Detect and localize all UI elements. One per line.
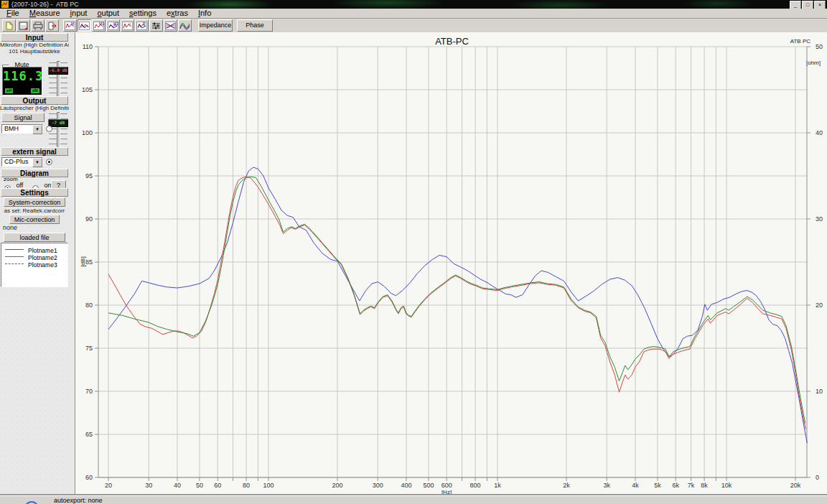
svg-text:M1: M1 [99,22,104,26]
input-device-line1: Mikrofon (High Definition Audio [0,42,69,48]
system-correction-button[interactable]: System-correction [4,197,65,207]
svg-text:30: 30 [816,215,823,223]
measure-u-button[interactable]: u [121,19,134,32]
svg-text:600: 600 [441,482,452,489]
svg-text:40: 40 [174,482,181,489]
menu-settings[interactable]: settings [124,9,162,18]
menubar: FileMeasureinputoutputsettingsextrasInfo [0,9,827,19]
chart-area: ATB-PC ATB PC [ohm] [dB] [Hz] 1101051009… [75,32,827,495]
grid-layer: 1101051009590858075706560203040506080100… [82,43,823,489]
measure-curves-icon [79,22,90,30]
statusbar: autoexport: none [0,495,827,504]
menu-extras[interactable]: extras [162,9,193,18]
legend-entry: Plotname3 [1,261,67,268]
legend-entry: Plotname2 [1,253,67,261]
extern-signal-select[interactable]: CD-Plus ▼ [1,157,43,167]
svg-text:100: 100 [263,482,274,489]
svg-text:75: 75 [85,345,93,352]
signal-button[interactable]: Signal [1,113,45,122]
levels-button[interactable] [149,19,163,32]
measure-m-icon: M [65,22,75,30]
svg-text:50: 50 [816,43,823,50]
svg-text:20: 20 [105,482,112,489]
svg-text:30: 30 [145,482,152,489]
menu-output[interactable]: output [92,9,124,18]
measure-active-button[interactable] [78,19,91,32]
svg-text:M2: M2 [113,22,118,26]
svg-text:90: 90 [85,215,93,223]
svg-text:60: 60 [85,474,93,481]
svg-text:105: 105 [82,86,93,93]
titlebar: (2007-10-26) - ATB PC _ □ × [0,0,827,9]
diagram-button[interactable] [164,19,177,32]
input-level-value: 116.3 [3,67,42,83]
measure-m2-icon: M2 [108,22,118,30]
level-unit-eff: eff [5,88,13,93]
legend-line-sample [5,263,24,264]
svg-text:95: 95 [85,172,93,179]
chevron-down-icon[interactable]: ▼ [32,125,42,134]
window-title: (2007-10-26) - ATB PC [11,0,79,9]
svg-text:u: u [129,22,131,26]
signal-radio[interactable] [46,126,52,132]
svg-text:300: 300 [373,482,383,489]
loaded-file-button[interactable]: loaded file [4,233,65,242]
measure-m-button[interactable]: M [63,19,77,32]
menu-info[interactable]: Info [193,9,216,18]
legend-entry: Plotname1 [1,246,67,253]
svg-text:85: 85 [85,258,93,266]
output-section-header: Output [1,96,68,105]
measure-r-icon: R [136,22,147,30]
svg-text:50: 50 [196,482,203,489]
svg-text:400: 400 [401,482,412,489]
svg-text:500: 500 [423,482,434,489]
svg-text:5k: 5k [654,482,661,489]
svg-text:10k: 10k [721,482,732,489]
chevron-down-icon[interactable]: ▼ [32,158,42,167]
open-button[interactable] [2,19,16,32]
svg-text:60: 60 [214,482,221,489]
svg-text:6k: 6k [672,482,679,489]
measure-m2-button[interactable]: M2 [106,19,120,32]
series-Plotname3 [108,177,805,423]
svg-text:10: 10 [816,388,823,395]
legend-label: Plotname3 [28,261,57,269]
svg-text:2k: 2k [563,482,570,489]
svg-text:M: M [71,22,74,26]
measure-u-icon: u [122,22,133,30]
print-icon [32,22,43,30]
input-section-header: Input [1,33,68,42]
svg-text:65: 65 [85,431,93,438]
signal-select-value: BMH [4,125,19,132]
svg-text:200: 200 [332,482,342,489]
measure-m1-button[interactable]: M1 [92,19,106,32]
svg-text:20k: 20k [790,482,801,489]
menu-file[interactable]: File [1,9,24,18]
svg-text:4k: 4k [632,482,639,489]
impedance-button[interactable]: Impedance [198,19,233,32]
svg-text:100: 100 [82,129,93,136]
level-unit-db: dB [31,88,39,93]
print-button[interactable] [31,19,45,32]
export-icon [47,22,57,30]
signal-select[interactable]: BMH ▼ [1,124,43,134]
smoothing-button[interactable] [178,19,192,32]
menu-input[interactable]: input [65,9,93,18]
input-level-display: 116.3 eff dB [2,67,42,95]
menu-measure[interactable]: Measure [24,9,65,18]
extern-signal-radio[interactable] [46,159,52,165]
export-button[interactable] [45,19,59,32]
mic-correction-button[interactable]: Mic-correction [9,215,60,224]
logo-icon [24,497,39,504]
phase-button[interactable]: Phase [237,19,273,32]
measure-r-button[interactable]: R [135,19,149,32]
svg-text:800: 800 [470,482,481,489]
color-curves-icon [179,22,190,30]
input-fader-handle[interactable]: -6.0 dB [48,67,68,75]
svg-text:20: 20 [816,302,823,309]
svg-text:8k: 8k [701,482,708,489]
frequency-response-plot: 1101051009590858075706560203040506080100… [76,32,827,495]
save-button[interactable] [17,19,30,32]
svg-text:80: 80 [85,302,93,309]
diagram-icon [165,22,176,30]
